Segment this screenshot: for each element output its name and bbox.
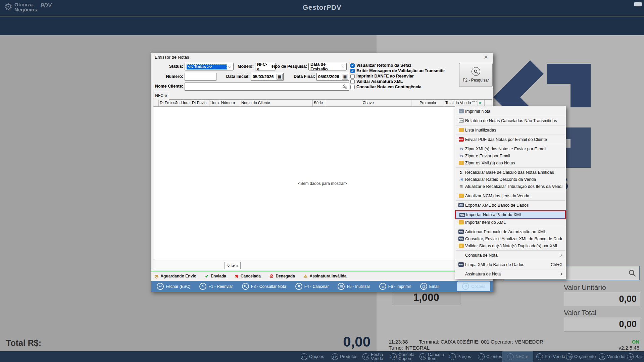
- data-final-value: 05/03/2026: [318, 74, 339, 79]
- menu-separator: [456, 125, 565, 125]
- pdf-icon: PDF: [459, 137, 464, 142]
- menu-item-atualizar-ncm[interactable]: ↑Atualizar NCM dos Itens da Venda: [455, 192, 566, 199]
- fkey-fecha-venda[interactable]: F3Fecha Venda: [362, 351, 383, 362]
- menu-item-exportar-xml[interactable]: XMLExportar XML do Banco de Dados: [455, 202, 566, 209]
- table-header[interactable]: Dt Envio: [191, 100, 209, 106]
- table-header[interactable]: Dt Emissão: [159, 100, 180, 106]
- imprimir-button[interactable]: ≡F6 - Imprimir: [379, 283, 411, 290]
- legend-cancelada: ✖Cancelada: [235, 274, 261, 279]
- hourglass-icon: ◷: [155, 274, 158, 279]
- table-header[interactable]: Série: [313, 100, 325, 106]
- checkbox-checked-icon[interactable]: ✔: [350, 63, 355, 68]
- data-inicial-field[interactable]: 05/03/2026 ▦: [251, 73, 284, 81]
- menu-separator: [456, 191, 565, 191]
- opcoes-button[interactable]: ⚙Opções: [457, 281, 490, 291]
- fkey-produtos[interactable]: F2Produtos: [332, 351, 357, 362]
- menu-item-importar-item-xml[interactable]: ↑Importar Item do XML: [455, 219, 566, 226]
- tipo-pesquisa-label: Tipo de Pesquisa:: [268, 63, 307, 70]
- fkey-cancela-cupom[interactable]: F4Cancela Cupom: [390, 351, 414, 362]
- menu-item-zipar-xml-enviar[interactable]: ✉Zipar XML(s) das Notas e Enviar por E-m…: [455, 145, 566, 152]
- fkey-sair[interactable]: F12Sair: [627, 351, 643, 362]
- xml-page-icon[interactable]: x: [478, 100, 485, 106]
- status-terminal: Terminal: CAIXA 001: [419, 339, 465, 345]
- checkbox-checked-icon[interactable]: ✔: [350, 69, 355, 73]
- folder-zip-icon: ↑: [459, 161, 464, 165]
- table-header[interactable]: Nome do Cliente: [240, 100, 313, 106]
- menu-item-limpa-xml[interactable]: XMLLimpa XML do Banco de DadosCtrl+X: [455, 261, 566, 268]
- menu-item-consulta-de-nota[interactable]: Consulta de Nota: [455, 252, 566, 259]
- table-header[interactable]: Número: [220, 100, 240, 106]
- table-header[interactable]: Hora: [209, 100, 220, 106]
- tab-nfce[interactable]: NFC-e: [153, 91, 169, 100]
- calendar-icon[interactable]: ▦: [342, 74, 348, 80]
- status-combobox[interactable]: << Todas >>: [185, 63, 234, 70]
- nome-cliente-input[interactable]: [185, 83, 349, 91]
- status-legend: ◷Aguardando Envio ✔Enviada ✖Cancelada ⊘D…: [151, 271, 493, 281]
- checkbox-visualizar-retorno[interactable]: ✔Visualizar Retorno da Sefaz: [350, 63, 411, 68]
- fkey-opcoes[interactable]: F1Opções: [301, 351, 324, 362]
- spellcheck-icon[interactable]: abc✓: [471, 100, 478, 106]
- table-header-statusicon-col[interactable]: [153, 100, 159, 106]
- tipo-pesquisa-combobox[interactable]: Data de Emissão: [308, 63, 347, 70]
- menu-item-recalcular-rateio[interactable]: ↓%Recalcular Rateio Desconto da Venda: [455, 176, 566, 183]
- quantity-field[interactable]: 1,000: [392, 290, 460, 305]
- menu-item-enviar-pdf[interactable]: PDFEnviar PDF das Notas por E-mail do Cl…: [455, 136, 566, 143]
- checkbox-imprimir-danfe[interactable]: Imprimir DANFE ao Reenviar: [350, 74, 414, 79]
- menu-item-zipar-xmls[interactable]: ↑Zipar os XML(s) das Notas: [455, 159, 566, 166]
- app-title: GestorPDV: [0, 3, 644, 11]
- table-header[interactable]: Hora: [180, 100, 191, 106]
- chevron-down-icon: [342, 65, 344, 67]
- checkbox-exibir-mensagem[interactable]: ✔Exibir Mensagem de Validação ao Transmi…: [350, 68, 445, 73]
- table-header[interactable]: Protocolo: [411, 100, 444, 106]
- window-minimize-button[interactable]: [634, 2, 642, 6]
- checkbox-validar-assinatura[interactable]: Validar Assinatura XML: [350, 79, 403, 84]
- fkey-clientes[interactable]: F7Clientes: [478, 351, 502, 362]
- inutilizar-button[interactable]: ▤F5 - Inutilizar: [338, 283, 370, 290]
- person-search-icon: [342, 84, 347, 89]
- data-inicial-value: 05/03/2026: [253, 74, 274, 79]
- data-inicial-label: Data Inicial:: [223, 73, 250, 81]
- data-final-field[interactable]: 05/03/2026 ▦: [316, 73, 349, 81]
- checkbox-unchecked-icon[interactable]: [350, 85, 355, 89]
- menu-separator: [456, 144, 565, 144]
- email-button[interactable]: @Email: [420, 283, 439, 290]
- fkey-nfce[interactable]: F8NFC-e: [502, 351, 533, 362]
- menu-item-lista-inutilizadas[interactable]: Lista Inutilizadas: [455, 126, 566, 134]
- fkey-orcamento[interactable]: F10Orçamento: [566, 351, 596, 362]
- fechar-button[interactable]: ↩Fechar (ESC): [157, 283, 190, 290]
- checkbox-unchecked-icon[interactable]: [350, 80, 355, 84]
- fkey-precos[interactable]: F6Preços: [449, 351, 471, 362]
- menu-item-recalcular-base[interactable]: ΣRecalcular Base de Cálculo das Notas Em…: [455, 169, 566, 176]
- mail-zip-icon: ✉: [459, 147, 463, 151]
- calendar-icon[interactable]: ▦: [277, 74, 283, 80]
- cancelar-button[interactable]: ✖F4 - Cancelar: [295, 283, 329, 290]
- valor-unitario-label: Valor Unitário: [564, 283, 606, 292]
- table-header[interactable]: Total da Venda: [444, 100, 471, 106]
- consultar-nota-button[interactable]: F3 - Consultar Nota: [242, 283, 286, 290]
- folder-up-icon: ↑: [459, 194, 464, 198]
- menu-item-relatorio-canceladas[interactable]: 100Relatório de Notas Canceladas Não Tra…: [455, 117, 566, 124]
- menu-separator: [456, 135, 565, 135]
- fkey-vendedor[interactable]: F11Vendedor: [599, 351, 626, 362]
- menu-item-consultar-enviar-atualizar[interactable]: XMLConsultar, Enviar e Atualizar XML do …: [455, 235, 566, 242]
- pesquisar-button[interactable]: F2 - Pesquisar: [459, 63, 493, 87]
- menu-item-validar-status-duplicada[interactable]: ○Validar Status da(s) Nota(s) Duplicada(…: [455, 242, 566, 249]
- fkey-cancela-item[interactable]: F5Cancela Item: [419, 351, 444, 362]
- trash-icon: ▤: [338, 283, 345, 290]
- reenviar-button[interactable]: ↻F1 - Reenviar: [199, 283, 233, 290]
- numero-input[interactable]: [185, 73, 216, 81]
- dialog-close-icon[interactable]: ×: [482, 54, 490, 61]
- menu-item-zipar-enviar-email[interactable]: ✉Zipar e Enviar por Email: [455, 152, 566, 159]
- fkey-pre-venda[interactable]: F9Pré-Venda: [536, 351, 565, 362]
- table-header[interactable]: Chave: [325, 100, 411, 106]
- menu-item-importar-nota-xml[interactable]: XMLImportar Nota a Partir do XML: [456, 211, 565, 218]
- checkbox-consultar-contingencia[interactable]: Consultar Nota em Contingência: [350, 85, 422, 89]
- nome-cliente-label: Nome Cliente:: [151, 83, 183, 90]
- email-icon: @: [420, 283, 427, 290]
- menu-item-atualizar-tributacao[interactable]: ⊞Atualizar e Recalcular Tributação dos I…: [455, 183, 566, 190]
- checkbox-unchecked-icon[interactable]: [350, 74, 355, 79]
- menu-item-imprimir-nota[interactable]: ≡Imprimir Nota: [455, 108, 566, 115]
- exit-icon: ↩: [157, 283, 164, 290]
- menu-item-adicionar-protocolo[interactable]: XMLAdicionar Protocolo de Autorização ao…: [455, 228, 566, 235]
- menu-item-assinatura-de-nota[interactable]: Assinatura de Nota: [455, 270, 566, 277]
